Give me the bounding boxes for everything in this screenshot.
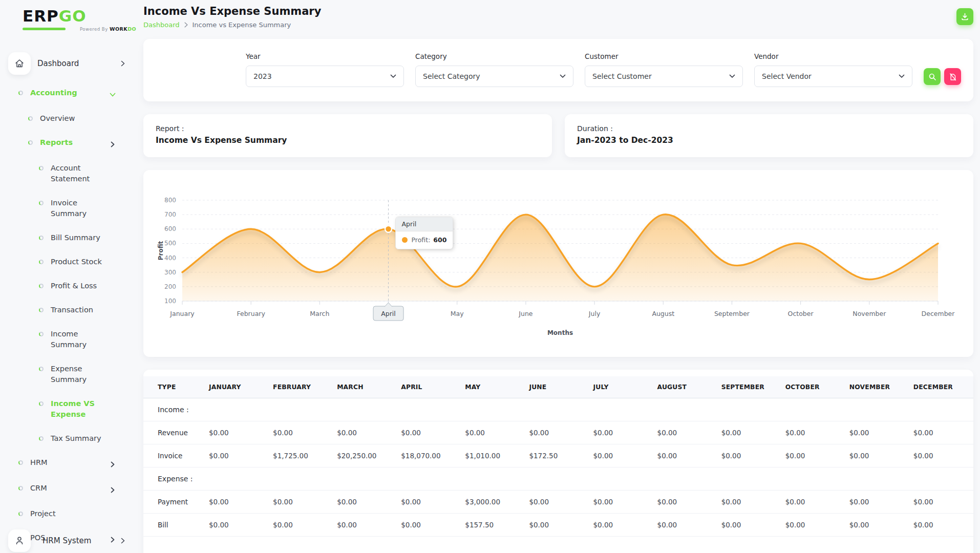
value-cell: $18,070.00 — [397, 444, 461, 467]
customer-select[interactable]: Select Customer — [585, 66, 743, 87]
svg-text:February: February — [237, 310, 265, 317]
value-cell: $0.00 — [653, 444, 717, 467]
bullet-icon — [18, 91, 23, 95]
svg-text:November: November — [853, 310, 886, 317]
sidebar-item-label: CRM — [30, 483, 47, 494]
value-cell: $0.00 — [781, 491, 845, 514]
svg-text:400: 400 — [164, 254, 176, 262]
sidebar-item-product-stock[interactable]: Product Stock — [0, 250, 143, 274]
sidebar-item-label: Overview — [40, 113, 75, 124]
bullet-icon — [39, 236, 44, 240]
vendor-field: Vendor Select Vendor — [754, 52, 912, 87]
category-label: Category — [415, 52, 573, 60]
download-button[interactable] — [956, 8, 973, 25]
chevron-down-icon — [729, 74, 735, 78]
bullet-icon — [28, 140, 33, 145]
tooltip-value: 600 — [433, 236, 446, 244]
sidebar-item-expense-summary[interactable]: Expense Summary — [0, 357, 143, 392]
customer-field: Customer Select Customer — [585, 52, 743, 87]
bullet-icon — [18, 512, 23, 516]
brand-tagline: Powered By WORKDO — [23, 26, 143, 32]
report-label: Report : — [156, 124, 540, 133]
sidebar-item-label: Bill Summary — [51, 232, 100, 243]
svg-text:500: 500 — [164, 240, 176, 247]
main-content: Income Vs Expense Summary Dashboard Inco… — [143, 0, 980, 553]
breadcrumb-separator-icon — [184, 22, 188, 28]
reset-filter-button[interactable] — [944, 68, 961, 85]
file-off-icon — [949, 73, 957, 81]
year-select[interactable]: 2023 — [246, 66, 404, 87]
chart-area[interactable]: 100200300400500600700800JanuaryFebruaryM… — [156, 180, 961, 343]
home-icon — [14, 58, 25, 69]
sidebar-item-reports[interactable]: Reports — [0, 131, 143, 156]
sidebar-item-label: Dashboard — [37, 59, 121, 68]
sidebar-item-crm[interactable]: CRM — [0, 476, 143, 502]
svg-text:August: August — [652, 310, 674, 317]
chevron-right-icon — [111, 140, 115, 150]
profit-chart-svg: 100200300400500600700800JanuaryFebruaryM… — [156, 180, 961, 340]
row-type: Revenue — [143, 421, 205, 444]
sidebar-item-accounting[interactable]: Accounting — [0, 81, 143, 107]
sidebar-item-hrm[interactable]: HRM — [0, 451, 143, 476]
year-field: Year 2023 — [246, 52, 404, 87]
category-field: Category Select Category — [415, 52, 573, 87]
value-cell: $0.00 — [845, 421, 909, 444]
sidebar-item-label: HRM System — [42, 536, 121, 545]
sidebar-item-project[interactable]: Project — [0, 502, 143, 526]
sidebar-item-label: Transaction — [51, 305, 93, 315]
sidebar-item-label: Accounting — [30, 88, 77, 98]
series-dot-icon — [402, 237, 408, 243]
value-cell: $0.00 — [781, 444, 845, 467]
vendor-select[interactable]: Select Vendor — [754, 66, 912, 87]
chevron-down-icon — [899, 74, 905, 78]
powered-by-text: Powered By — [80, 27, 108, 32]
chevron-right-icon — [111, 460, 115, 470]
chevron-down-icon — [560, 74, 566, 78]
summary-table-card: TYPEJANUARYFEBRUARYMARCHAPRILMAYJUNEJULY… — [143, 370, 973, 553]
section-title: Expense : — [143, 467, 973, 491]
value-cell: $0.00 — [525, 421, 589, 444]
user-icon-card — [8, 529, 31, 552]
value-cell: $0.00 — [397, 514, 461, 537]
search-button[interactable] — [924, 68, 941, 85]
value-cell: $157.50 — [461, 514, 525, 537]
filters-card: Year 2023 Category Select Category Custo… — [143, 39, 973, 101]
table-row-revenue: Revenue$0.00$0.00$0.00$0.00$0.00$0.00$0.… — [143, 421, 973, 444]
sidebar-item-transaction[interactable]: Transaction — [0, 298, 143, 322]
sidebar-item-invoice-summary[interactable]: Invoice Summary — [0, 191, 143, 226]
brand-underline — [23, 28, 66, 30]
table-row-invoice: Invoice$0.00$1,725.00$20,250.00$18,070.0… — [143, 444, 973, 467]
sidebar-item-profit-loss[interactable]: Profit & Loss — [0, 274, 143, 298]
sidebar-item-income-vs-expense[interactable]: Income VS Expense — [0, 392, 143, 427]
brand-go: GO — [59, 7, 87, 25]
value-cell: $0.00 — [653, 491, 717, 514]
sidebar-item-account-statement[interactable]: Account Statement — [0, 156, 143, 191]
value-cell: $0.00 — [653, 421, 717, 444]
svg-text:July: July — [588, 310, 601, 317]
breadcrumb-dashboard-link[interactable]: Dashboard — [143, 21, 180, 29]
sidebar-item-income-summary[interactable]: Income Summary — [0, 322, 143, 357]
value-cell: $0.00 — [333, 514, 397, 537]
category-select[interactable]: Select Category — [415, 66, 573, 87]
sidebar-item-dashboard[interactable]: Dashboard — [8, 52, 125, 75]
chart-tooltip: April Profit: 600 — [395, 217, 454, 249]
row-type: Payment — [143, 491, 205, 514]
page-title: Income Vs Expense Summary — [143, 5, 956, 17]
duration-label: Duration : — [577, 124, 961, 133]
sidebar-item-overview[interactable]: Overview — [0, 107, 143, 131]
sidebar-item-bill-summary[interactable]: Bill Summary — [0, 226, 143, 250]
sidebar-item-hrm-system[interactable]: HRM System — [0, 529, 143, 552]
value-cell: $0.00 — [269, 514, 333, 537]
sidebar-item-label: Income VS Expense — [51, 398, 115, 420]
value-cell: $0.00 — [397, 421, 461, 444]
value-cell: $0.00 — [525, 491, 589, 514]
home-icon-card — [8, 52, 31, 75]
sidebar-item-label: Project — [30, 508, 56, 519]
sidebar-item-label: Expense Summary — [51, 364, 115, 385]
sidebar-item-tax-summary[interactable]: Tax Summary — [0, 427, 143, 451]
brand-erp: ERP — [23, 7, 59, 25]
bullet-icon — [39, 308, 44, 312]
app: ERPGO Powered By WORKDO Dashboard Accoun… — [0, 0, 980, 553]
user-icon — [14, 536, 25, 546]
value-cell: $0.00 — [333, 491, 397, 514]
